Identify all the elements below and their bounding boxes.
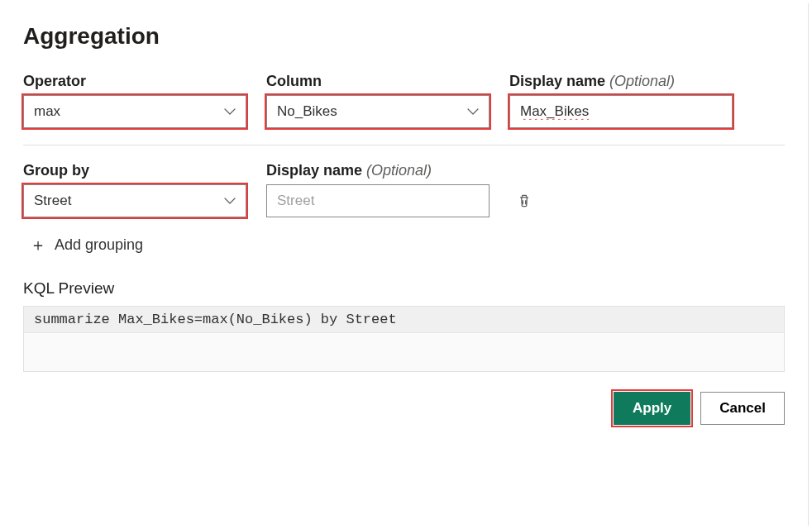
kql-preview-label: KQL Preview <box>23 279 785 298</box>
column-value: No_Bikes <box>277 103 461 120</box>
display-name-value: Max_Bikes <box>520 103 722 120</box>
group-by-display-name-placeholder: Street <box>277 193 479 209</box>
add-grouping-button[interactable]: ＋ Add grouping <box>30 234 785 256</box>
operator-field: Operator max <box>23 73 246 128</box>
operator-value: max <box>34 103 217 120</box>
plus-icon: ＋ <box>30 234 46 256</box>
trash-icon <box>516 193 533 209</box>
display-name-input[interactable]: Max_Bikes <box>509 95 733 128</box>
delete-grouping-button[interactable] <box>509 184 539 217</box>
group-by-row: Group by Street Display name (Optional) … <box>23 162 785 217</box>
divider <box>23 145 785 145</box>
panel-title: Aggregation <box>23 23 785 50</box>
group-by-display-name-field: Display name (Optional) Street <box>266 162 490 217</box>
kql-preview-code: summarize Max_Bikes=max(No_Bikes) by Str… <box>24 307 784 333</box>
operator-label: Operator <box>23 73 246 90</box>
group-by-label: Group by <box>23 162 246 179</box>
cancel-button[interactable]: Cancel <box>700 392 785 425</box>
chevron-down-icon <box>467 108 479 115</box>
column-label: Column <box>266 73 490 90</box>
aggregation-row: Operator max Column No_Bikes Display nam… <box>23 73 785 128</box>
footer: Apply Cancel <box>23 392 785 425</box>
column-select[interactable]: No_Bikes <box>266 95 490 128</box>
display-name-field: Display name (Optional) Max_Bikes <box>509 73 733 128</box>
apply-button[interactable]: Apply <box>614 392 690 425</box>
kql-preview-box: summarize Max_Bikes=max(No_Bikes) by Str… <box>23 306 785 372</box>
column-field: Column No_Bikes <box>266 73 490 128</box>
group-by-display-name-input[interactable]: Street <box>266 184 490 217</box>
group-by-value: Street <box>34 193 217 209</box>
add-grouping-label: Add grouping <box>55 236 143 254</box>
operator-select[interactable]: max <box>23 95 246 128</box>
aggregation-panel: Aggregation Operator max Column No_Bikes <box>3 3 809 526</box>
group-by-display-name-label: Display name (Optional) <box>266 162 490 179</box>
chevron-down-icon <box>224 198 236 204</box>
display-name-label: Display name (Optional) <box>509 73 733 90</box>
group-by-select[interactable]: Street <box>23 184 246 217</box>
group-by-field: Group by Street <box>23 162 246 217</box>
chevron-down-icon <box>224 108 236 115</box>
